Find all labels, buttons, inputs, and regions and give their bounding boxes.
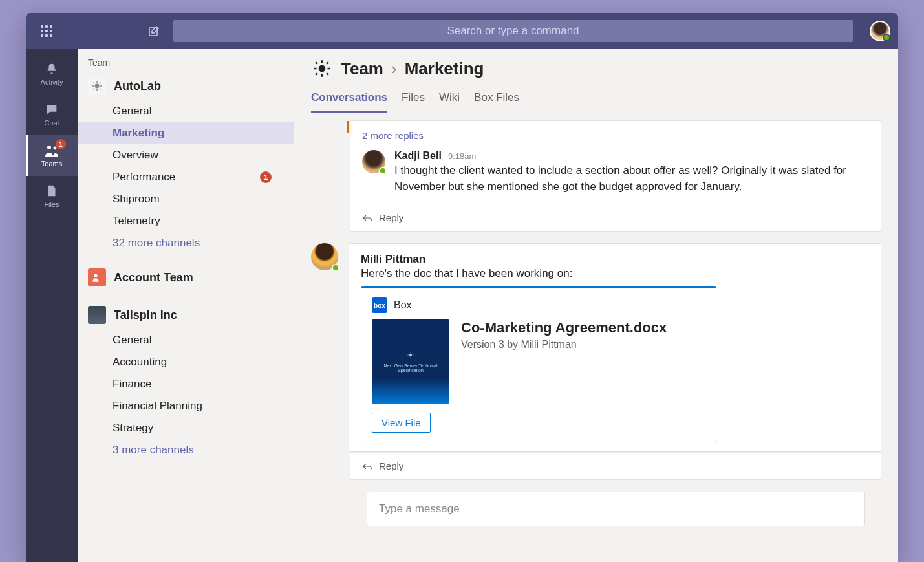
notification-badge: 1: [260, 171, 272, 183]
channel-label: Marketing: [113, 127, 164, 140]
reply-label: Reply: [379, 212, 403, 223]
author-name[interactable]: Milli Pittman: [361, 253, 869, 266]
svg-point-4: [94, 274, 97, 277]
search-input[interactable]: [173, 25, 853, 38]
channel-accounting[interactable]: Accounting: [78, 351, 294, 373]
channel-general[interactable]: General: [78, 100, 294, 122]
channel-label: General: [113, 334, 151, 347]
rail-files[interactable]: Files: [26, 176, 78, 217]
more-channels-label: 3 more channels: [113, 444, 194, 457]
team-tailspin[interactable]: Tailspin Inc: [78, 301, 294, 329]
more-channels-label: 32 more channels: [113, 237, 200, 250]
attachment-subtitle: Version 3 by Milli Pittman: [461, 339, 667, 351]
message-text: Here's the doc that I have been working …: [361, 267, 869, 280]
reply-label: Reply: [379, 460, 403, 471]
main-header: Team › Marketing Conversations Files Wik…: [294, 49, 898, 113]
team-avatar-icon: [88, 306, 106, 324]
post-body: Milli Pittman Here's the doc that I have…: [349, 243, 881, 452]
reply-button[interactable]: Reply: [350, 452, 881, 479]
team-name: Tailspin Inc: [114, 308, 177, 322]
channel-label: Performance: [113, 171, 175, 184]
titlebar: [26, 13, 898, 49]
more-replies-link[interactable]: 2 more replies: [350, 121, 881, 147]
sidebar-header: Team: [78, 49, 294, 72]
post: Milli Pittman Here's the doc that I have…: [311, 243, 881, 452]
channel-strategy[interactable]: Strategy: [78, 417, 294, 439]
unread-marker: [347, 121, 349, 133]
channel-label: Accounting: [113, 356, 167, 369]
app-launcher-icon[interactable]: [34, 25, 59, 37]
timestamp: 9:18am: [448, 151, 476, 161]
document-thumbnail[interactable]: Next Gen Server Technical Specification: [372, 319, 449, 404]
team-list: AutoLab General Marketing Overview Perfo…: [78, 72, 294, 562]
rail-activity[interactable]: Activity: [26, 54, 78, 94]
sidebar: Team AutoLab General Marketing: [78, 49, 294, 562]
file-icon: [45, 184, 58, 199]
channel-label: Telemetry: [113, 215, 160, 228]
compose-placeholder: Type a message: [379, 503, 460, 515]
thread-card: 2 more replies Kadji Bell 9:18am I thoug…: [350, 120, 881, 232]
more-channels-link[interactable]: 32 more channels: [78, 232, 294, 254]
presence-indicator: [332, 264, 339, 272]
channel-general-2[interactable]: General: [78, 329, 294, 351]
presence-indicator: [883, 34, 890, 41]
channel-shiproom[interactable]: Shiproom: [78, 188, 294, 210]
channel-label: Shiproom: [113, 193, 160, 206]
channel-marketing[interactable]: Marketing: [78, 122, 294, 144]
tab-wiki[interactable]: Wiki: [439, 86, 460, 113]
search-box[interactable]: [173, 20, 853, 42]
tab-conversations[interactable]: Conversations: [311, 86, 387, 113]
tabs: Conversations Files Wiki Box Files: [311, 86, 881, 113]
channel-label: Strategy: [113, 422, 153, 435]
svg-point-5: [319, 66, 325, 72]
conversation-area: 2 more replies Kadji Bell 9:18am I thoug…: [294, 113, 898, 562]
tab-files[interactable]: Files: [402, 86, 425, 113]
rail-badge: 1: [56, 139, 66, 149]
channel-financial-planning[interactable]: Financial Planning: [78, 395, 294, 417]
view-file-button[interactable]: View File: [372, 413, 431, 433]
svg-point-1: [47, 146, 51, 149]
channel-label: Financial Planning: [113, 400, 202, 413]
team-autolab[interactable]: AutoLab: [78, 72, 294, 100]
tab-box-files[interactable]: Box Files: [474, 86, 519, 113]
rail-label: Teams: [41, 160, 62, 168]
chat-icon: [45, 103, 59, 117]
nav-rail: Activity Chat 1 Teams Files: [26, 49, 78, 562]
channel-label: General: [113, 105, 151, 118]
bell-icon: [45, 62, 59, 76]
team-logo-icon: [311, 58, 333, 80]
breadcrumb-channel: Marketing: [405, 59, 484, 79]
app-window: Activity Chat 1 Teams Files: [26, 13, 898, 562]
presence-indicator: [379, 167, 387, 175]
attachment-provider: Box: [394, 299, 412, 311]
attachment-title[interactable]: Co-Marketing Agreement.docx: [461, 319, 667, 336]
chevron-right-icon: ›: [391, 59, 397, 79]
author-name[interactable]: Kadji Bell: [394, 150, 442, 162]
compose-box[interactable]: Type a message: [367, 492, 865, 526]
avatar[interactable]: [311, 243, 338, 270]
rail-chat[interactable]: Chat: [26, 94, 78, 135]
profile-avatar[interactable]: [870, 21, 890, 41]
rail-label: Files: [44, 200, 59, 208]
team-account[interactable]: Account Team: [78, 263, 294, 292]
body: Activity Chat 1 Teams Files: [26, 49, 898, 562]
channel-overview[interactable]: Overview: [78, 144, 294, 166]
channel-finance[interactable]: Finance: [78, 373, 294, 395]
channel-telemetry[interactable]: Telemetry: [78, 210, 294, 232]
rail-label: Chat: [44, 119, 59, 127]
channel-performance[interactable]: Performance 1: [78, 166, 294, 188]
svg-point-6: [409, 354, 412, 357]
breadcrumb-team[interactable]: Team: [341, 59, 383, 79]
more-channels-link-2[interactable]: 3 more channels: [78, 439, 294, 461]
rail-label: Activity: [41, 78, 63, 86]
team-avatar-icon: [88, 77, 106, 95]
avatar[interactable]: [362, 150, 385, 173]
svg-rect-0: [149, 28, 157, 36]
compose-icon[interactable]: [144, 21, 164, 41]
channel-label: Overview: [113, 149, 158, 162]
reply-button[interactable]: Reply: [350, 204, 881, 231]
message-text: I thought the client wanted to include a…: [394, 163, 869, 195]
channel-label: Finance: [113, 378, 151, 391]
rail-teams[interactable]: 1 Teams: [26, 135, 78, 176]
attachment-card: box Box Next Gen Server Technical Speci: [361, 286, 716, 442]
